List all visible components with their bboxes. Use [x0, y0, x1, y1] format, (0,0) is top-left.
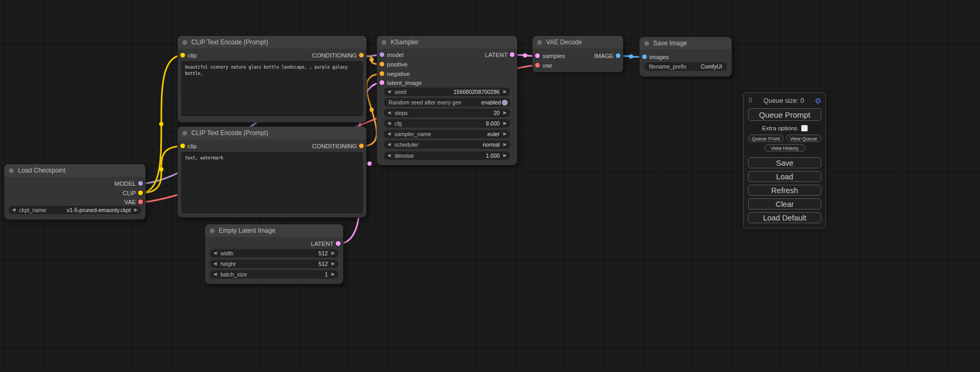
node-collapse-dot[interactable] — [210, 228, 215, 233]
decrement-arrow-icon[interactable]: ◀ — [387, 130, 391, 138]
node-clip-text-encode-positive[interactable]: CLIP Text Encode (Prompt) clip CONDITION… — [178, 36, 366, 122]
widget-random-seed-toggle[interactable]: Random seed after every gen enabled — [384, 98, 510, 107]
widget-cfg[interactable]: ◀ cfg 8.000 ▶ — [384, 119, 510, 128]
input-label-vae: vae — [542, 61, 552, 70]
node-title: VAE Decode — [546, 39, 582, 46]
port-image-output[interactable] — [616, 53, 620, 58]
decrement-arrow-icon[interactable]: ◀ — [387, 119, 391, 128]
node-empty-latent-image[interactable]: Empty Latent Image LATENT ◀ width 512 ▶ … — [205, 224, 343, 284]
node-collapse-dot[interactable] — [537, 40, 542, 45]
settings-gear-icon[interactable]: ⚙ — [814, 97, 821, 104]
prompt-textarea-positive[interactable]: beautiful scenery nature glass bottle la… — [181, 61, 363, 116]
node-title-bar[interactable]: Load Checkpoint — [4, 164, 145, 177]
load-default-button[interactable]: Load Default — [748, 212, 821, 223]
node-collapse-dot[interactable] — [182, 40, 187, 45]
port-samples-input[interactable] — [535, 53, 540, 58]
output-label-conditioning: CONDITIONING — [312, 142, 357, 150]
decrement-arrow-icon[interactable]: ◀ — [214, 260, 217, 268]
output-label-image: IMAGE — [594, 52, 614, 60]
node-clip-text-encode-negative[interactable]: CLIP Text Encode (Prompt) clip CONDITION… — [178, 127, 366, 217]
decrement-arrow-icon[interactable]: ◀ — [387, 151, 391, 160]
node-graph-canvas[interactable]: Load Checkpoint MODEL CLIP VAE ◀ ckpt_na… — [0, 0, 980, 372]
widget-batch-size[interactable]: ◀ batch_size 1 ▶ — [210, 270, 338, 279]
view-history-row: View History — [748, 144, 821, 151]
widget-filename-prefix[interactable]: filename_prefix ComfyUI — [644, 62, 727, 71]
widget-label: steps — [394, 110, 407, 116]
extra-options-checkbox[interactable] — [801, 125, 808, 131]
port-latent-image-input[interactable] — [380, 80, 384, 85]
decrement-arrow-icon[interactable]: ◀ — [214, 249, 217, 257]
node-load-checkpoint[interactable]: Load Checkpoint MODEL CLIP VAE ◀ ckpt_na… — [4, 164, 145, 220]
node-vae-decode[interactable]: VAE Decode samples vae IMAGE — [532, 36, 623, 72]
node-title: Save Image — [653, 40, 687, 47]
widget-label: width — [220, 250, 234, 256]
clear-button[interactable]: Clear — [748, 198, 821, 209]
node-title-bar[interactable]: VAE Decode — [532, 36, 623, 49]
port-conditioning-output[interactable] — [359, 144, 364, 148]
node-collapse-dot[interactable] — [644, 41, 649, 46]
increment-arrow-icon[interactable]: ▶ — [332, 270, 335, 279]
node-ksampler[interactable]: KSampler model positive negative latent_… — [377, 36, 517, 165]
node-collapse-dot[interactable] — [9, 168, 14, 173]
prompt-textarea-negative[interactable]: text, watermark — [181, 152, 363, 213]
port-model-output[interactable] — [138, 181, 143, 186]
drag-handle-icon[interactable]: ⠿ — [748, 97, 753, 104]
port-vae-output[interactable] — [138, 199, 143, 204]
increment-arrow-icon[interactable]: ▶ — [332, 260, 335, 268]
refresh-button[interactable]: Refresh — [748, 185, 821, 196]
increment-arrow-icon[interactable]: ▶ — [503, 151, 507, 160]
increment-arrow-icon[interactable]: ▶ — [503, 88, 507, 96]
decrement-arrow-icon[interactable]: ◀ — [12, 206, 15, 214]
node-title-bar[interactable]: Empty Latent Image — [205, 224, 343, 237]
view-history-button[interactable]: View History — [764, 144, 806, 151]
widget-steps[interactable]: ◀ steps 20 ▶ — [384, 109, 510, 117]
widget-scheduler[interactable]: ◀ scheduler normal ▶ — [384, 140, 510, 149]
save-button[interactable]: Save — [748, 157, 821, 168]
widget-label: height — [220, 261, 236, 267]
decrement-arrow-icon[interactable]: ◀ — [214, 270, 217, 279]
decrement-arrow-icon[interactable]: ◀ — [387, 140, 391, 149]
increment-arrow-icon[interactable]: ▶ — [503, 119, 507, 128]
node-collapse-dot[interactable] — [182, 131, 187, 136]
node-title-bar[interactable]: CLIP Text Encode (Prompt) — [178, 127, 366, 139]
increment-arrow-icon[interactable]: ▶ — [134, 206, 138, 214]
widget-ckpt-name[interactable]: ◀ ckpt_name v1-5-pruned-emaonly.ckpt ▶ — [8, 206, 141, 214]
widget-height[interactable]: ◀ height 512 ▶ — [210, 260, 338, 268]
node-title-bar[interactable]: CLIP Text Encode (Prompt) — [178, 36, 366, 49]
queue-front-button[interactable]: Queue Front — [748, 135, 784, 142]
port-images-input[interactable] — [642, 54, 647, 59]
port-conditioning-output[interactable] — [359, 53, 364, 58]
toggle-indicator[interactable] — [502, 100, 508, 106]
port-positive-input[interactable] — [380, 62, 384, 66]
widget-denoise[interactable]: ◀ denoise 1.000 ▶ — [384, 151, 510, 160]
widget-value: 8.000 — [486, 120, 500, 127]
widget-width[interactable]: ◀ width 512 ▶ — [210, 249, 338, 257]
widget-label: filename_prefix — [649, 63, 686, 70]
decrement-arrow-icon[interactable]: ◀ — [387, 109, 391, 117]
node-save-image[interactable]: Save Image images filename_prefix ComfyU… — [639, 37, 732, 77]
load-button[interactable]: Load — [748, 171, 821, 182]
extra-options-row: Extra options — [748, 125, 821, 131]
port-negative-input[interactable] — [380, 71, 384, 76]
node-title: CLIP Text Encode (Prompt) — [191, 129, 268, 137]
view-queue-button[interactable]: View Queue — [786, 135, 822, 142]
port-vae-input[interactable] — [535, 63, 540, 68]
increment-arrow-icon[interactable]: ▶ — [332, 249, 335, 257]
port-latent-output[interactable] — [510, 52, 515, 57]
queue-prompt-button[interactable]: Queue Prompt — [748, 108, 821, 121]
node-title-bar[interactable]: KSampler — [377, 36, 517, 49]
increment-arrow-icon[interactable]: ▶ — [503, 130, 507, 138]
decrement-arrow-icon[interactable]: ◀ — [387, 88, 391, 96]
port-clip-input[interactable] — [180, 144, 185, 148]
port-clip-input[interactable] — [180, 53, 185, 58]
widget-seed[interactable]: ◀ seed 156680208700286 ▶ — [384, 88, 510, 96]
node-title-bar[interactable]: Save Image — [639, 37, 732, 50]
increment-arrow-icon[interactable]: ▶ — [503, 109, 507, 117]
port-clip-output[interactable] — [138, 190, 143, 195]
node-collapse-dot[interactable] — [382, 40, 386, 45]
port-latent-output[interactable] — [336, 241, 341, 246]
input-label-images: images — [649, 53, 669, 61]
port-model-input[interactable] — [380, 52, 384, 57]
increment-arrow-icon[interactable]: ▶ — [503, 140, 507, 149]
widget-sampler-name[interactable]: ◀ sampler_name euler ▶ — [384, 130, 510, 138]
